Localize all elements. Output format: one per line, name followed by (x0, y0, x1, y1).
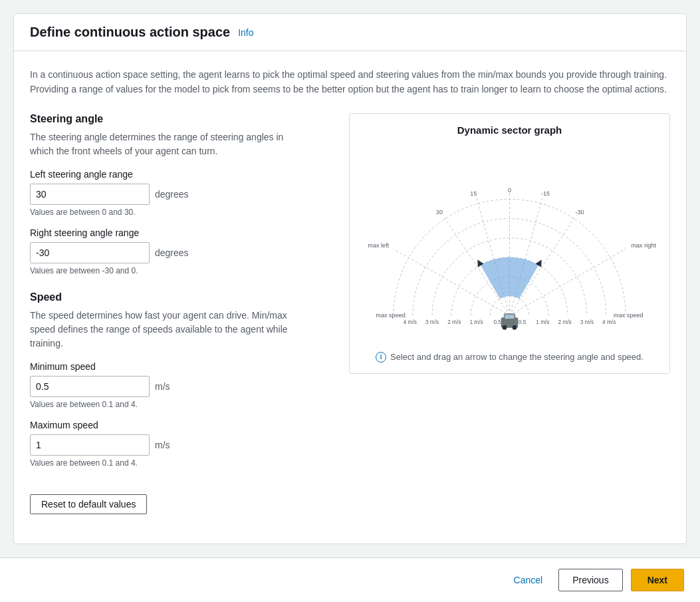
svg-text:3 m/s: 3 m/s (580, 318, 594, 325)
speed-description: The speed determines how fast your agent… (30, 309, 309, 351)
left-col: Steering angle The steering angle determ… (30, 113, 322, 514)
cancel-button[interactable]: Cancel (506, 571, 551, 589)
svg-point-32 (513, 325, 517, 330)
speed-title: Speed (30, 291, 322, 303)
max-speed-label: Maximum speed (30, 420, 322, 430)
svg-text:2 m/s: 2 m/s (447, 318, 461, 325)
page-title: Define continuous action space (30, 25, 230, 40)
left-steering-label: Left steering angle range (30, 169, 322, 180)
left-steering-unit: degrees (155, 189, 189, 200)
right-steering-unit: degrees (155, 247, 189, 258)
svg-text:1 m/s: 1 m/s (536, 318, 549, 325)
min-speed-input-row: m/s (30, 376, 322, 397)
svg-text:15: 15 (470, 190, 477, 196)
right-col: Dynamic sector graph (349, 113, 670, 514)
svg-text:max left: max left (368, 242, 389, 249)
svg-text:4 m/s: 4 m/s (602, 318, 616, 325)
steering-section: Steering angle The steering angle determ… (30, 113, 322, 275)
max-speed-unit: m/s (155, 440, 170, 450)
card: Define continuous action space Info In a… (13, 13, 687, 544)
info-link[interactable]: Info (238, 27, 253, 38)
right-steering-label: Right steering angle range (30, 227, 322, 238)
svg-rect-33 (505, 315, 514, 319)
svg-text:3 m/s: 3 m/s (425, 318, 439, 325)
graph-container: Dynamic sector graph (349, 113, 670, 374)
max-speed-input-row: m/s (30, 434, 322, 456)
sector-graph-svg: 0 15 -15 30 -30 max left max right max s… (360, 144, 659, 343)
card-header: Define continuous action space Info (14, 14, 686, 51)
previous-button[interactable]: Previous (558, 569, 622, 591)
right-steering-input-row: degrees (30, 242, 322, 263)
svg-text:0.5: 0.5 (493, 318, 501, 325)
min-speed-unit: m/s (155, 381, 170, 392)
svg-text:max speed: max speed (376, 311, 406, 318)
left-steering-hint: Values are between 0 and 30. (30, 208, 322, 217)
main-container: Define continuous action space Info In a… (0, 0, 700, 557)
svg-text:4 m/s: 4 m/s (404, 318, 417, 325)
left-steering-input[interactable] (30, 184, 150, 205)
reset-button[interactable]: Reset to default values (30, 494, 147, 514)
svg-text:1 m/s: 1 m/s (469, 318, 483, 325)
graph-svg-wrapper: 0 15 -15 30 -30 max left max right max s… (360, 144, 659, 345)
svg-text:-30: -30 (575, 209, 584, 216)
svg-text:max right: max right (631, 242, 656, 249)
two-col-layout: Steering angle The steering angle determ… (30, 113, 670, 514)
description-text: In a continuous action space setting, th… (30, 67, 670, 97)
graph-title: Dynamic sector graph (360, 124, 659, 136)
min-speed-group: Minimum speed m/s Values are between 0.1… (30, 361, 322, 409)
svg-text:0: 0 (508, 187, 511, 194)
steering-description: The steering angle determines the range … (30, 130, 309, 158)
max-speed-hint: Values are between 0.1 and 4. (30, 458, 322, 468)
min-speed-hint: Values are between 0.1 and 4. (30, 400, 322, 409)
footer: Cancel Previous Next (0, 557, 700, 602)
svg-text:0.5: 0.5 (519, 318, 526, 325)
svg-text:max speed: max speed (614, 311, 643, 318)
svg-text:2 m/s: 2 m/s (558, 318, 571, 325)
max-speed-group: Maximum speed m/s Values are between 0.1… (30, 420, 322, 468)
left-steering-input-row: degrees (30, 184, 322, 205)
speed-section: Speed The speed determines how fast your… (30, 291, 322, 468)
instruction-text: Select and drag an arrow to change the s… (390, 352, 643, 362)
max-speed-input[interactable] (30, 434, 150, 456)
steering-title: Steering angle (30, 113, 322, 125)
svg-text:30: 30 (436, 209, 443, 216)
graph-instruction: i Select and drag an arrow to change the… (360, 352, 659, 363)
svg-text:-15: -15 (541, 190, 550, 196)
card-body: In a continuous action space setting, th… (14, 51, 686, 543)
info-icon: i (376, 352, 386, 363)
right-steering-hint: Values are between -30 and 0. (30, 266, 322, 275)
min-speed-label: Minimum speed (30, 361, 322, 372)
svg-point-31 (503, 325, 507, 330)
next-button[interactable]: Next (631, 569, 684, 591)
left-steering-group: Left steering angle range degrees Values… (30, 169, 322, 217)
right-steering-input[interactable] (30, 242, 150, 263)
right-steering-group: Right steering angle range degrees Value… (30, 227, 322, 275)
min-speed-input[interactable] (30, 376, 150, 397)
